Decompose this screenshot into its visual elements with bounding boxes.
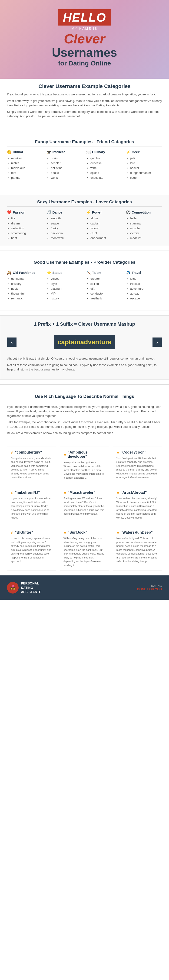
list-item: nibble [11,161,43,165]
footer-line3: ASSISTANTS [21,590,41,594]
competition-header: ⚽ Competition [126,210,162,215]
list-item: thoughtful [11,291,43,296]
passion-icon: ❤️ [7,210,12,215]
sexy-grid: ❤️ Passion fire dream seduction smolderi… [7,210,162,241]
list-item: tycoon [91,226,123,231]
list-item: platinum [51,287,83,291]
mashup-section: 1 Prefix + 1 Suffix = Clever Username Ma… [0,315,169,380]
list-item: escape [130,296,162,301]
card-text-5: You can hear her swooning already! What … [116,496,158,519]
culinary-list: gumbo cupcake wine spiced chocolate [86,156,123,180]
footer-done-label: DONE FOR YOU [137,587,162,591]
power-list: alpha captain tycoon CEO endowment [86,216,123,240]
culinary-icon: 🍽️ [86,150,91,154]
card-username-1: ★ "Ambitious developer" [64,450,105,459]
power-label: Power [92,210,102,214]
list-item: conductor [91,291,123,296]
dance-label: Dance [53,210,62,214]
provider-col-status: ⭐ Status velvet style platinum VIP luxur… [47,270,83,301]
list-item: jetset [130,277,162,281]
hero-usernames: Usernames [7,46,162,59]
card-star-icon-3: ☆ [11,491,14,495]
list-item: captain [91,221,123,226]
oldfashioned-icon: 🕰️ [7,270,12,275]
list-item: lord [130,161,162,165]
sexy-col-dance: 🎵 Dance smooth suave funky backspin moon… [47,210,83,241]
funny-col-intellect: 🎓 Intellect brain scholar philistine boo… [47,150,83,181]
card-4: ★ "Musictraveler" Getting warmer. Who do… [60,487,109,523]
power-icon: ⚡ [86,210,91,215]
card-7: ★ "SurfJock" With surfing being one of t… [60,527,109,571]
travel-label: Travel [132,271,141,275]
list-item: seduction [11,226,43,231]
funny-col-geek: ⚡ Geek jedi lord hacker dungeonmaster co… [126,150,162,181]
list-item: feet [11,171,43,175]
my-name-label: MY NAME IS [7,27,162,30]
card-username-2: ★ "CodeTycoon" [116,450,158,455]
sexy-section: Sexy Username Examples - Lover Catagorie… [0,195,169,246]
funny-section: Funny Username Examples - Friend Catagor… [0,135,169,185]
prev-arrow[interactable]: ‹ [7,337,16,347]
hero-hello: HELLO MY NAME IS Clever Usernames for Da… [7,9,162,67]
funny-grid: 😊 Humor monkey nibble marvelous feet pan… [7,150,162,181]
card-text-3: If you must use your first name in a use… [11,496,53,519]
list-item: backspin [51,231,83,235]
footer-logo-text: PERSONAL DATING ASSISTANTS [21,581,41,594]
list-item: panda [11,176,43,180]
list-item: CEO [91,231,123,235]
card-5: ★ "ArtistAbroad" You can hear her swooni… [113,487,162,523]
travel-icon: ✈️ [126,270,131,275]
card-text-6: If true to his name, captain obvious isn… [11,536,53,563]
provider-col-travel: ✈️ Travel jetset tropical adventure abro… [126,270,162,301]
funny-title: Funny Username Examples - Friend Catagor… [7,139,162,146]
talent-label: Talent [92,271,101,275]
rich-title: Use Rich Language To Describe Normal Thi… [7,394,162,401]
intellect-header: 🎓 Intellect [47,150,83,154]
provider-grid: 🕰️ Old Fashioned gentleman chivalry nobl… [7,270,162,301]
card-star-icon-6: ☆ [11,531,14,535]
card-text-7: With surfing being one of the most attra… [64,536,105,567]
mashup-title: 1 Prefix + 1 Suffix = Clever Username Ma… [7,321,162,327]
list-item: stamina [130,221,162,226]
footer-line1: PERSONAL [21,581,41,585]
list-item: VIP [51,291,83,296]
travel-list: jetset tropical adventure abroad escape [126,277,162,301]
list-item: cupcake [91,161,123,165]
dance-list: smooth suave funky backspin moonwalk [47,216,83,240]
travel-header: ✈️ Travel [126,270,162,275]
card-text-2: Yes! Juxtaposition. Rich words that illu… [116,457,158,479]
list-item: hacker [130,166,162,170]
intellect-list: brain scholar philistine books wonk [47,156,83,180]
funny-col-culinary: 🍽️ Culinary gumbo cupcake wine spiced ch… [86,150,123,181]
list-item: code [130,176,162,180]
competition-icon: ⚽ [126,210,131,215]
oldfashioned-label: Old Fashioned [13,271,35,275]
card-star-icon-7: ★ [64,531,67,535]
card-star-icon-2: ★ [116,450,120,454]
card-username-3: ☆ "mikefromNJ" [11,490,53,495]
rich-p2: Take for example, the word "bodacious". … [7,420,162,429]
humor-list: monkey nibble marvelous feet panda [7,156,43,180]
list-item: victory [130,231,162,235]
card-text-4: Getting warmer. Who doesn't love music a… [64,496,105,516]
card-username-0: ☆ "computerguy" [11,450,53,455]
culinary-header: 🍽️ Culinary [86,150,123,154]
footer-logo-icon: 💑 [7,582,19,593]
list-item: aesthetic [91,296,123,301]
footer-logo: 💑 PERSONAL DATING ASSISTANTS [7,581,41,594]
footer: 💑 PERSONAL DATING ASSISTANTS DATING DONE… [0,576,169,600]
sexy-col-competition: ⚽ Competition baller stamina muscle vict… [126,210,162,241]
next-arrow[interactable]: › [153,337,162,347]
card-username-4: ★ "Musictraveler" [64,490,105,495]
list-item: alpha [91,216,123,221]
card-username-6: ☆ "BIGlifter" [11,530,53,535]
list-item: moonwalk [51,236,83,240]
list-item: chocolate [91,176,123,180]
list-item: baller [130,216,162,221]
card-text-1: Now you're on the right track. Women say… [64,461,105,480]
card-star-icon-5: ★ [116,491,120,495]
card-star-icon-0: ☆ [11,450,14,454]
intellect-icon: 🎓 [47,150,51,154]
mashup-text1: Ah, but if only it was that simple. Of c… [7,356,162,361]
provider-col-oldfashioned: 🕰️ Old Fashioned gentleman chivalry nobl… [7,270,43,301]
